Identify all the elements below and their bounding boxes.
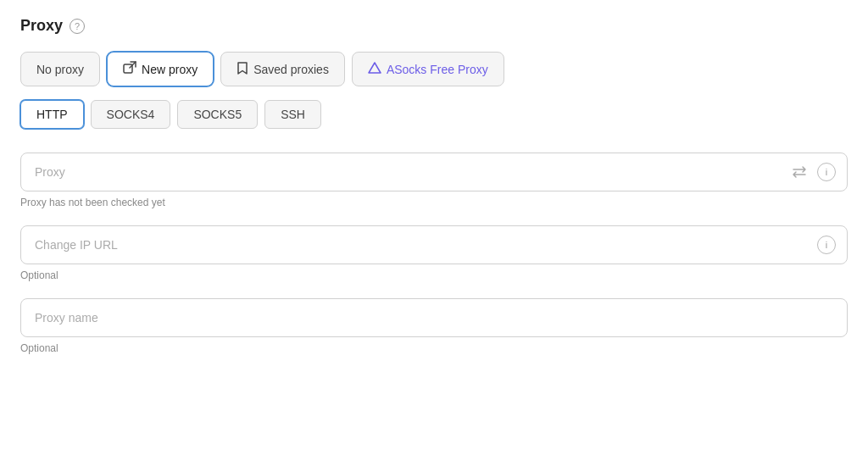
tab-saved-proxies[interactable]: Saved proxies <box>220 52 345 86</box>
proxy-hint: Proxy has not been checked yet <box>20 197 848 208</box>
change-ip-hint: Optional <box>20 269 848 281</box>
page-title: Proxy <box>20 17 63 35</box>
tab-asocks[interactable]: ASocks Free Proxy <box>352 52 504 86</box>
proxy-name-field-group: Optional <box>20 298 848 354</box>
new-proxy-label: New proxy <box>142 63 198 76</box>
protocol-http[interactable]: HTTP <box>20 100 84 129</box>
proxy-name-hint: Optional <box>20 342 848 354</box>
proxy-info-icon[interactable]: i <box>817 163 836 181</box>
change-ip-url-input[interactable] <box>20 225 848 264</box>
change-ip-icons: i <box>817 236 836 254</box>
saved-proxies-label: Saved proxies <box>253 63 329 76</box>
asocks-label: ASocks Free Proxy <box>387 63 488 76</box>
change-ip-info-icon[interactable]: i <box>817 236 836 254</box>
protocol-socks5[interactable]: SOCKS5 <box>177 100 258 129</box>
help-icon[interactable]: ? <box>70 19 85 34</box>
saved-proxies-icon <box>236 61 248 77</box>
tab-no-proxy[interactable]: No proxy <box>20 52 100 86</box>
new-proxy-icon <box>123 61 136 77</box>
proxy-input[interactable] <box>20 153 848 191</box>
proxy-name-input[interactable] <box>20 298 848 337</box>
proxy-field-group: i Proxy has not been checked yet <box>20 153 848 208</box>
main-tab-group: No proxy New proxy Saved proxies <box>20 52 848 86</box>
no-proxy-label: No proxy <box>36 63 84 76</box>
protocol-tab-group: HTTP SOCKS4 SOCKS5 SSH <box>20 100 848 129</box>
asocks-icon <box>368 62 381 77</box>
change-ip-url-field-group: i Optional <box>20 225 848 281</box>
tab-new-proxy[interactable]: New proxy <box>107 52 214 86</box>
protocol-socks4[interactable]: SOCKS4 <box>91 100 171 129</box>
protocol-ssh[interactable]: SSH <box>264 100 321 129</box>
proxy-input-icons: i <box>790 163 836 181</box>
swap-icon[interactable] <box>790 163 809 181</box>
